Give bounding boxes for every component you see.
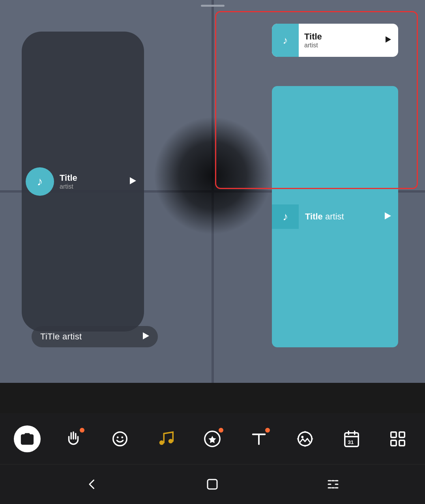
svg-rect-12 (399, 432, 404, 437)
widget-bl-icon-circle: ♪ (26, 167, 54, 196)
music-icon (157, 430, 175, 448)
nav-back[interactable] (85, 477, 99, 491)
recents-icon (326, 477, 340, 491)
toolbar-camera[interactable] (11, 423, 43, 455)
text-dot (265, 428, 270, 433)
nav-recents[interactable] (326, 477, 340, 491)
toolbar-calendar[interactable]: 31 (336, 423, 367, 455)
svg-point-8 (301, 436, 304, 438)
widget-br-artist: artist (304, 42, 380, 49)
gesture-icon-wrap (62, 428, 84, 450)
music-icon-wrap (155, 428, 177, 450)
svg-point-4 (121, 436, 123, 438)
nav-home[interactable] (205, 477, 219, 491)
widget-br-text-block: Title artist (299, 32, 386, 49)
svg-rect-14 (399, 440, 404, 445)
widget-br-icon-box: ♪ (272, 24, 299, 57)
text-icon (250, 430, 268, 448)
gesture-dot (80, 428, 84, 433)
main-area: TiTle artist ♪ Title artist ♪ Title (0, 0, 425, 383)
sticker-dot (219, 428, 223, 433)
pull-handle[interactable] (201, 5, 225, 7)
play-icon-br (386, 36, 391, 43)
widget-bl-text-block: Title artist (60, 173, 124, 190)
svg-rect-13 (391, 440, 396, 445)
widget-bl[interactable]: ♪ Title artist (22, 32, 144, 332)
toolbar-sticker[interactable] (197, 423, 228, 455)
widget-tr-title: Title artist (299, 212, 385, 222)
music-icon-br: ♪ (283, 34, 288, 47)
svg-point-7 (298, 432, 312, 446)
play-icon-bl (130, 177, 136, 184)
toolbar-photo[interactable] (289, 423, 321, 455)
sticker-icon (203, 430, 221, 448)
widget-bl-play[interactable] (130, 177, 136, 186)
widget-br-play[interactable] (386, 36, 398, 45)
text-icon-wrap (248, 428, 270, 450)
camera-icon-wrap (14, 425, 41, 452)
gesture-icon (64, 430, 82, 448)
play-icon-tl (143, 332, 149, 339)
photo-icon (296, 430, 314, 448)
emoji-icon (111, 430, 129, 448)
toolbar-widgets[interactable] (382, 423, 414, 455)
widget-tr-icon-box: ♪ (272, 204, 299, 229)
calendar-icon-wrap: 31 (341, 428, 363, 450)
toolbar-gesture[interactable] (58, 423, 89, 455)
svg-rect-15 (208, 480, 217, 489)
sticker-icon-wrap (201, 428, 223, 450)
camera-icon (20, 432, 34, 446)
svg-text:31: 31 (348, 439, 354, 445)
back-icon (85, 477, 99, 491)
toolbar-emoji[interactable] (104, 423, 136, 455)
home-icon (205, 477, 219, 491)
svg-point-6 (169, 439, 173, 444)
emoji-icon-wrap (109, 428, 131, 450)
photo-icon-wrap (294, 428, 316, 450)
svg-rect-11 (391, 432, 396, 437)
calendar-icon: 31 (343, 430, 361, 448)
svg-point-5 (159, 440, 164, 445)
music-icon-tr: ♪ (283, 210, 288, 223)
toolbar-row: 31 (0, 413, 425, 465)
widget-br[interactable]: ♪ Title artist (272, 24, 398, 57)
toolbar-music[interactable] (150, 423, 182, 455)
svg-point-2 (113, 432, 127, 446)
widgets-icon (389, 430, 407, 448)
widget-br-title: Title (304, 32, 380, 42)
music-icon-bl: ♪ (37, 175, 43, 188)
widget-tr-play[interactable] (385, 212, 398, 221)
nav-row (0, 465, 425, 504)
widgets-icon-wrap (387, 428, 409, 450)
widget-tl-text: TiTle artist (40, 332, 82, 342)
page-wrapper: TiTle artist ♪ Title artist ♪ Title (0, 0, 425, 504)
svg-point-3 (117, 436, 119, 438)
bottom-nav-section: 31 (0, 413, 425, 504)
toolbar-text[interactable] (243, 423, 275, 455)
widget-tl-play[interactable] (143, 332, 149, 341)
widget-bl-title: Title (60, 173, 124, 183)
widget-bl-artist: artist (60, 183, 124, 190)
play-icon-tr (385, 212, 391, 219)
widget-tr[interactable]: ♪ Title artist (272, 86, 398, 347)
